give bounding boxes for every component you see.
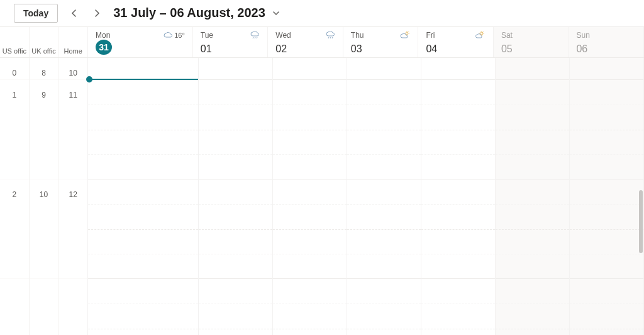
week-day-header: US offic UK offic Home Mon16°31Tue01Wed0… bbox=[0, 26, 644, 58]
day-header-wed[interactable]: Wed02 bbox=[268, 27, 343, 57]
current-time-indicator bbox=[88, 79, 198, 80]
current-time-dot-icon bbox=[86, 76, 92, 82]
timezone-header: US offic UK offic Home bbox=[0, 27, 88, 57]
time-slot[interactable] bbox=[199, 279, 272, 335]
time-label: 10 bbox=[30, 179, 58, 279]
chevron-right-icon bbox=[93, 9, 101, 17]
time-label: 8 bbox=[30, 58, 58, 80]
time-label: 11 bbox=[58, 80, 87, 179]
day-number: 05 bbox=[501, 43, 561, 55]
day-column-fri[interactable] bbox=[421, 58, 496, 335]
time-slot[interactable] bbox=[570, 80, 643, 179]
next-week-button[interactable] bbox=[88, 4, 106, 22]
day-number: 04 bbox=[426, 43, 486, 55]
timezone-column: 10 11 12 bbox=[58, 58, 87, 335]
time-slot[interactable] bbox=[570, 179, 643, 279]
time-slot[interactable] bbox=[347, 279, 421, 335]
time-slot[interactable] bbox=[88, 279, 198, 335]
day-column-thu[interactable] bbox=[347, 58, 421, 335]
prev-week-button[interactable] bbox=[65, 4, 83, 22]
scrollbar-thumb[interactable] bbox=[639, 190, 643, 253]
time-slot[interactable] bbox=[421, 80, 495, 179]
timezone-column: 0 1 2 bbox=[0, 58, 29, 335]
day-header-thu[interactable]: Thu03 bbox=[343, 27, 419, 57]
calendar-toolbar: Today 31 July – 06 August, 2023 bbox=[0, 0, 644, 26]
time-label: 1 bbox=[0, 80, 29, 179]
day-of-week-label: Tue bbox=[201, 31, 213, 40]
time-label: 0 bbox=[0, 58, 29, 80]
day-header-tue[interactable]: Tue01 bbox=[193, 27, 269, 57]
time-slot[interactable] bbox=[496, 279, 569, 335]
day-header-sun[interactable]: Sun06 bbox=[569, 27, 644, 57]
day-of-week-label: Mon bbox=[96, 31, 110, 40]
day-of-week-label: Sun bbox=[576, 31, 589, 40]
weather-partly-sun-icon bbox=[400, 31, 410, 40]
day-header-fri[interactable]: Fri04 bbox=[418, 27, 494, 57]
day-header-columns: Mon16°31Tue01Wed02Thu03Fri04Sat05Sun06 bbox=[88, 27, 644, 57]
day-number: 03 bbox=[351, 43, 411, 55]
timezone-label: US offic bbox=[0, 27, 29, 57]
day-column-tue[interactable] bbox=[199, 58, 273, 335]
time-slot[interactable] bbox=[347, 58, 421, 80]
time-slot[interactable] bbox=[421, 279, 495, 335]
date-range-text: 31 July – 06 August, 2023 bbox=[113, 6, 265, 20]
time-slot[interactable] bbox=[347, 179, 421, 279]
time-slot[interactable] bbox=[273, 279, 347, 335]
time-slot[interactable] bbox=[496, 58, 569, 80]
time-slot[interactable] bbox=[421, 58, 495, 80]
time-ruler: 0 1 2 8 9 10 10 11 12 bbox=[0, 58, 88, 335]
time-slot[interactable] bbox=[88, 179, 198, 279]
weather-sunny-icon bbox=[475, 31, 486, 40]
calendar-grid: 0 1 2 8 9 10 10 11 12 bbox=[0, 58, 644, 335]
day-column-wed[interactable] bbox=[273, 58, 347, 335]
time-slot[interactable] bbox=[496, 179, 569, 279]
event-area bbox=[88, 58, 644, 335]
chevron-left-icon bbox=[70, 9, 78, 17]
time-slot[interactable] bbox=[273, 80, 347, 179]
time-label: 9 bbox=[30, 80, 58, 179]
day-number: 31 bbox=[96, 40, 112, 55]
time-label: 12 bbox=[58, 179, 87, 279]
today-button[interactable]: Today bbox=[14, 4, 58, 23]
day-of-week-label: Thu bbox=[351, 31, 364, 40]
day-of-week-label: Wed bbox=[275, 31, 291, 40]
calendar-grid-scroll[interactable]: 0 1 2 8 9 10 10 11 12 bbox=[0, 58, 644, 335]
day-header-mon[interactable]: Mon16°31 bbox=[88, 27, 193, 57]
time-slot[interactable] bbox=[273, 58, 347, 80]
day-of-week-label: Sat bbox=[501, 31, 513, 40]
time-slot[interactable] bbox=[570, 279, 643, 335]
time-slot[interactable] bbox=[347, 80, 421, 179]
time-slot[interactable] bbox=[199, 80, 272, 179]
time-slot[interactable] bbox=[88, 58, 198, 80]
time-slot[interactable] bbox=[199, 179, 272, 279]
day-number: 01 bbox=[201, 43, 260, 55]
day-column-mon[interactable] bbox=[88, 58, 199, 335]
time-slot[interactable] bbox=[273, 179, 347, 279]
nav-arrows bbox=[63, 4, 108, 22]
weather-cloud-icon: 16° bbox=[163, 31, 185, 39]
time-label: 2 bbox=[0, 179, 29, 279]
svg-point-1 bbox=[480, 32, 483, 35]
timezone-label: Home bbox=[58, 27, 87, 57]
time-slot[interactable] bbox=[88, 80, 198, 179]
day-column-sat[interactable] bbox=[496, 58, 570, 335]
day-header-sat[interactable]: Sat05 bbox=[494, 27, 569, 57]
time-slot[interactable] bbox=[570, 58, 643, 80]
timezone-label: UK offic bbox=[29, 27, 58, 57]
day-number: 02 bbox=[275, 43, 335, 55]
day-of-week-label: Fri bbox=[426, 31, 435, 40]
chevron-down-icon bbox=[272, 9, 280, 18]
time-slot[interactable] bbox=[199, 58, 272, 80]
time-slot[interactable] bbox=[421, 179, 495, 279]
day-column-sun[interactable] bbox=[570, 58, 644, 335]
day-number: 06 bbox=[576, 43, 636, 55]
weather-rain-icon bbox=[325, 31, 335, 40]
time-slot[interactable] bbox=[496, 80, 569, 179]
timezone-column: 8 9 10 bbox=[29, 58, 58, 335]
date-range-picker[interactable]: 31 July – 06 August, 2023 bbox=[113, 6, 280, 20]
time-label: 10 bbox=[58, 58, 87, 80]
weather-rain-icon bbox=[250, 31, 260, 40]
